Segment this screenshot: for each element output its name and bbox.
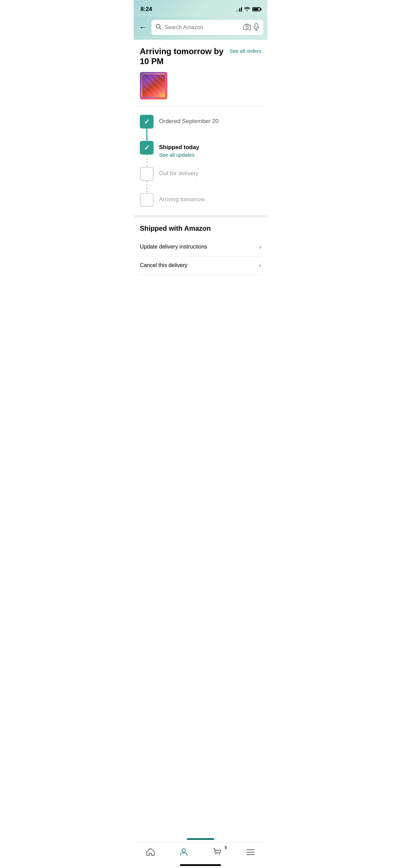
arriving-section: Arriving tomorrow by 10 PM See all order… (134, 40, 267, 72)
timeline-item-shipped: Shipped today See all updates (140, 141, 261, 167)
step-out-content: Out for delivery (159, 167, 198, 193)
timeline-col-1 (140, 115, 154, 141)
step-arriving-marker (140, 193, 154, 207)
update-delivery-row[interactable]: Update delivery instructions › (140, 238, 261, 256)
status-icons (236, 7, 260, 12)
step-shipped-content: Shipped today See all updates (159, 141, 199, 167)
timeline-item-out-for-delivery: Out for delivery (140, 167, 261, 193)
see-all-updates-link[interactable]: See all updates (159, 152, 199, 158)
shipped-title: Shipped with Amazon (140, 225, 261, 232)
connector-2 (146, 155, 147, 167)
step-arriving-content: Arriving tomorrow (159, 193, 205, 207)
step-ordered-label: Ordered September 20 (159, 118, 219, 124)
timeline-item-ordered: Ordered September 20 (140, 115, 261, 141)
section-divider-thick (134, 215, 267, 218)
svg-point-3 (246, 26, 248, 28)
timeline-col-4 (140, 193, 154, 207)
step-shipped-marker (140, 141, 154, 155)
connector-1 (146, 129, 147, 141)
cancel-delivery-label: Cancel this delivery (140, 262, 187, 268)
product-image[interactable] (140, 72, 167, 99)
timeline: Ordered September 20 Shipped today See a… (140, 115, 261, 207)
step-arriving-label: Arriving tomorrow (159, 196, 205, 203)
status-time: 8:24 (141, 6, 152, 13)
back-button[interactable]: ← (138, 22, 148, 33)
main-content: Arriving tomorrow by 10 PM See all order… (134, 40, 267, 319)
header: ← (134, 17, 267, 40)
step-out-marker (140, 167, 154, 181)
svg-rect-5 (255, 23, 258, 27)
chevron-right-icon-2: › (259, 262, 261, 269)
step-shipped-label: Shipped today (159, 144, 199, 151)
chevron-right-icon-1: › (259, 243, 261, 251)
timeline-item-arriving: Arriving tomorrow (140, 193, 261, 207)
camera-search-icon[interactable] (243, 23, 251, 32)
search-input[interactable] (165, 24, 241, 31)
product-image-section (134, 72, 267, 106)
microphone-icon[interactable] (254, 23, 259, 32)
search-icon (156, 24, 162, 31)
timeline-col-3 (140, 167, 154, 193)
status-bar: 8:24 (134, 0, 267, 17)
svg-line-1 (160, 28, 161, 29)
step-out-label: Out for delivery (159, 170, 198, 177)
cancel-delivery-row[interactable]: Cancel this delivery › (140, 256, 261, 275)
arriving-title: Arriving tomorrow by 10 PM (140, 47, 223, 67)
step-ordered-content: Ordered September 20 (159, 115, 219, 141)
update-delivery-label: Update delivery instructions (140, 244, 207, 250)
battery-icon (252, 7, 260, 11)
svg-rect-4 (249, 26, 250, 26)
see-all-orders-link[interactable]: See all orders (229, 47, 261, 54)
timeline-col-2 (140, 141, 154, 167)
ipad-mini-thumbnail (142, 74, 166, 98)
step-ordered-marker (140, 115, 154, 129)
shipped-section: Shipped with Amazon Update delivery inst… (134, 218, 267, 278)
connector-3 (146, 181, 147, 193)
search-bar[interactable] (151, 20, 263, 35)
tracking-section: Ordered September 20 Shipped today See a… (134, 107, 267, 215)
wifi-icon (244, 7, 250, 12)
signal-icon (236, 7, 242, 12)
